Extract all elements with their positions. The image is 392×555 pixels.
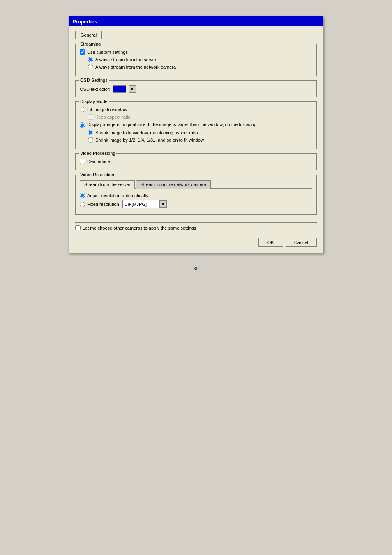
shrink-fit-label[interactable]: Shrink image to fit window, maintaining … xyxy=(88,130,198,135)
adjust-auto-label[interactable]: Adjust resolution automatically xyxy=(80,193,148,198)
fit-image-radio[interactable] xyxy=(80,107,85,112)
osd-settings-group: OSD Settings OSD text color: ▼ xyxy=(75,80,317,97)
use-custom-settings-row: Use custom settings xyxy=(80,49,312,55)
osd-color-swatch[interactable] xyxy=(113,85,126,93)
always-camera-radio[interactable] xyxy=(88,64,93,69)
original-size-label: Display image in original size. If the i… xyxy=(87,122,258,128)
adjust-auto-radio[interactable] xyxy=(80,193,85,198)
title-bar: Properties xyxy=(69,17,323,26)
deinterlace-row: Deinterlace xyxy=(80,159,312,164)
always-camera-label[interactable]: Always stream from the network camera xyxy=(88,64,176,69)
cancel-button[interactable]: Cancel xyxy=(286,238,317,247)
shrink-half-row: Shrink image by 1/2, 1/4, 1/8... and so … xyxy=(80,137,312,143)
fixed-resolution-label[interactable]: Fixed resolution xyxy=(80,202,119,207)
video-resolution-tab-row: Stream from the server Stream from the n… xyxy=(80,180,312,189)
tab-row: General xyxy=(75,30,317,39)
ok-button[interactable]: OK xyxy=(258,238,283,247)
shrink-half-radio[interactable] xyxy=(88,137,93,143)
video-processing-group-title: Video Processing xyxy=(79,151,116,156)
tab-general[interactable]: General xyxy=(75,31,102,39)
original-size-row: Display image in original size. If the i… xyxy=(80,122,312,128)
fixed-resolution-dropdown-container: ▼ xyxy=(122,200,167,208)
properties-dialog: Properties General Streaming Use custom … xyxy=(69,16,323,253)
button-row: OK Cancel xyxy=(75,238,317,247)
adjust-auto-row: Adjust resolution automatically xyxy=(80,193,312,198)
keep-aspect-row: Keep aspect ratio xyxy=(80,114,312,120)
shrink-fit-row: Shrink image to fit window, maintaining … xyxy=(80,130,312,135)
display-mode-group-title: Display Mode xyxy=(79,99,109,104)
streaming-group: Streaming Use custom settings Always str… xyxy=(75,44,317,76)
osd-settings-group-title: OSD Settings xyxy=(79,78,109,83)
osd-color-dropdown-arrow[interactable]: ▼ xyxy=(129,85,136,93)
always-camera-row: Always stream from the network camera xyxy=(80,64,312,69)
keep-aspect-label[interactable]: Keep aspect ratio xyxy=(88,114,131,120)
video-processing-group: Video Processing Deinterlace xyxy=(75,153,317,170)
page-number: 80 xyxy=(193,266,198,272)
video-resolution-group-title: Video Resolution xyxy=(79,172,115,177)
deinterlace-label[interactable]: Deinterlace xyxy=(80,159,110,164)
osd-text-color-label: OSD text color: xyxy=(80,87,111,92)
always-server-row: Always stream from the server xyxy=(80,57,312,62)
fit-image-row: Fit image to window xyxy=(80,107,312,112)
sub-tab-server[interactable]: Stream from the server xyxy=(80,180,135,189)
video-resolution-group: Video Resolution Stream from the server … xyxy=(75,175,317,215)
streaming-group-title: Streaming xyxy=(79,41,102,46)
let-me-choose-row: Let me choose other cameras to apply the… xyxy=(75,222,317,233)
window-title: Properties xyxy=(73,19,97,25)
osd-text-color-row: OSD text color: ▼ xyxy=(80,85,312,93)
shrink-fit-radio[interactable] xyxy=(88,130,93,135)
sub-tab-camera[interactable]: Stream from the network camera xyxy=(136,180,210,189)
deinterlace-checkbox[interactable] xyxy=(80,159,85,164)
let-me-choose-label[interactable]: Let me choose other cameras to apply the… xyxy=(75,225,196,230)
keep-aspect-checkbox[interactable] xyxy=(88,114,93,120)
bottom-section: Let me choose other cameras to apply the… xyxy=(75,219,317,247)
display-mode-group: Display Mode Fit image to window Keep as… xyxy=(75,101,317,149)
fixed-resolution-input[interactable] xyxy=(122,200,159,208)
let-me-choose-checkbox[interactable] xyxy=(75,225,81,230)
fit-image-label[interactable]: Fit image to window xyxy=(80,107,127,112)
original-size-radio[interactable] xyxy=(80,122,85,128)
always-server-radio[interactable] xyxy=(88,57,93,62)
shrink-half-label[interactable]: Shrink image by 1/2, 1/4, 1/8... and so … xyxy=(88,137,204,143)
fixed-resolution-row: Fixed resolution ▼ xyxy=(80,200,312,208)
always-server-label[interactable]: Always stream from the server xyxy=(88,57,157,62)
use-custom-settings-checkbox[interactable] xyxy=(80,49,85,55)
use-custom-settings-label[interactable]: Use custom settings xyxy=(80,49,128,55)
fixed-resolution-dropdown-arrow[interactable]: ▼ xyxy=(159,200,167,208)
fixed-resolution-radio[interactable] xyxy=(80,202,85,207)
